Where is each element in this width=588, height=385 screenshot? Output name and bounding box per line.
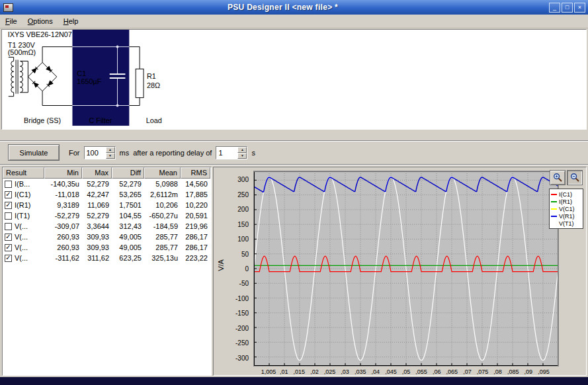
x-tick-label: ,02	[310, 368, 319, 375]
value-cell: 104,55	[112, 212, 144, 220]
delay-input[interactable]	[216, 147, 237, 159]
duration-spinbox: ▲ ▼	[84, 146, 116, 159]
value-cell: 285,77	[144, 243, 181, 251]
legend-swatch	[551, 223, 557, 224]
result-cell: V(...	[3, 222, 44, 230]
seconds-label: s	[251, 149, 255, 157]
value-cell: -309,07	[44, 222, 82, 230]
table-row: I(T1)-52,27952,279104,55-650,27u20,591	[3, 210, 211, 221]
column-header-mean[interactable]: Mean	[144, 167, 181, 179]
section-label-bridge[interactable]: Bridge (SS)	[24, 116, 61, 124]
zoom-out-icon	[570, 173, 580, 183]
column-header-rms[interactable]: RMS	[181, 167, 210, 179]
for-label: For	[69, 149, 80, 157]
x-tick-label: ,01	[280, 368, 288, 375]
plot-area[interactable]	[253, 171, 559, 366]
app-icon[interactable]	[3, 3, 13, 12]
table-row: ✓V(...260,93309,9349,005285,77286,17	[3, 232, 211, 242]
value-cell: 309,93	[82, 243, 112, 251]
table-row: ✓I(C1)-11,01842,24753,2652,6112m17,885	[3, 189, 211, 200]
delay-down-button[interactable]: ▼	[237, 153, 247, 159]
value-cell: 20,591	[181, 212, 210, 220]
result-cell: ✓I(C1)	[3, 191, 44, 198]
menu-file[interactable]: File	[0, 15, 22, 27]
y-tick-label: -100	[235, 294, 249, 302]
y-tick-label: 100	[237, 235, 249, 243]
resistor-symbol[interactable]	[136, 69, 144, 97]
legend-item[interactable]: V(C1)	[551, 205, 581, 212]
y-tick-label: 250	[237, 191, 249, 198]
series-checkbox[interactable]: ✓	[5, 191, 12, 198]
value-cell: 52,279	[82, 180, 112, 188]
series-checkbox[interactable]	[5, 212, 12, 220]
series-checkbox[interactable]: ✓	[5, 255, 12, 262]
table-row: ✓V(...260,93309,9349,005285,77286,17	[3, 242, 211, 253]
transformer-symbol[interactable]	[9, 57, 28, 96]
y-tick-label: 300	[237, 176, 249, 183]
series-name: V(...	[15, 233, 28, 241]
section-label-load[interactable]: Load	[146, 116, 162, 124]
x-tick-label: ,07	[463, 368, 472, 375]
y-tick-label: 150	[237, 220, 249, 228]
resistor-label-2: 28Ω	[147, 81, 160, 89]
value-cell: -184,59	[144, 222, 181, 230]
value-cell: -52,279	[44, 212, 82, 220]
legend-item[interactable]: V(R1)	[551, 212, 581, 220]
minimize-button[interactable]: _	[549, 3, 560, 13]
series-checkbox[interactable]: ✓	[5, 234, 12, 241]
x-tick-label: ,095	[538, 368, 550, 375]
legend-item[interactable]: I(C1)	[551, 191, 581, 198]
duration-up-button[interactable]: ▲	[106, 147, 115, 153]
x-tick-label: ,05	[402, 368, 411, 375]
series-checkbox[interactable]	[5, 223, 12, 230]
y-tick-label: -150	[235, 310, 249, 317]
desktop-strip	[0, 377, 588, 385]
menu-options[interactable]: Options	[22, 15, 58, 27]
series-name: I(B...	[15, 180, 30, 188]
bridge-rectifier-symbol[interactable]	[28, 62, 56, 91]
x-tick-label: ,015	[294, 368, 306, 375]
titlebar[interactable]: PSU Designer II <new file> * _ □ ×	[0, 0, 588, 15]
column-header-diff[interactable]: Diff	[112, 167, 144, 179]
value-cell: -311,62	[44, 254, 82, 262]
result-cell: ✓V(...	[3, 233, 44, 241]
zoom-out-button[interactable]	[567, 170, 583, 185]
legend-label: V(T1)	[559, 220, 574, 227]
value-cell: 286,17	[181, 243, 210, 251]
menu-help[interactable]: Help	[58, 15, 84, 27]
value-cell: 10,206	[144, 201, 181, 209]
value-cell: 312,43	[112, 222, 144, 230]
delay-up-button[interactable]: ▲	[237, 147, 247, 153]
x-tick-label: ,085	[507, 368, 519, 375]
zoom-in-button[interactable]	[550, 170, 566, 185]
x-tick-label: ,055	[415, 368, 427, 375]
maximize-button[interactable]: □	[562, 3, 573, 13]
column-header-min[interactable]: Min	[44, 167, 82, 179]
results-panel: ResultMinMaxDiffMeanRMS I(B...-140,35u52…	[2, 167, 212, 376]
series-checkbox[interactable]: ✓	[5, 202, 12, 209]
value-cell: 11,069	[82, 201, 112, 209]
y-tick-label: 0	[245, 265, 249, 273]
transformer-label-1: T1 230V	[8, 41, 36, 49]
duration-down-button[interactable]: ▼	[106, 153, 115, 159]
simulate-button[interactable]: Simulate	[8, 144, 60, 161]
plot-panel: V/A 300250200150100500-50-100-150-200-25…	[213, 167, 587, 376]
series-checkbox[interactable]: ✓	[5, 244, 12, 251]
series-name: I(T1)	[15, 212, 30, 220]
value-cell: 3,3644	[82, 222, 112, 230]
close-button[interactable]: ×	[574, 3, 585, 13]
value-cell: 623,25	[112, 254, 144, 262]
legend-label: I(C1)	[559, 191, 572, 198]
column-header-max[interactable]: Max	[82, 167, 112, 179]
value-cell: 52,279	[112, 180, 144, 188]
legend-item[interactable]: I(R1)	[551, 198, 581, 205]
x-tick-label: ,065	[446, 368, 458, 375]
y-tick-label: -250	[235, 339, 249, 347]
value-cell: 223,22	[181, 254, 210, 262]
legend-item[interactable]: V(T1)	[551, 220, 581, 227]
duration-input[interactable]	[85, 147, 106, 159]
column-header-result[interactable]: Result	[3, 167, 44, 179]
section-label-cfilter[interactable]: C Filter	[89, 116, 112, 124]
series-checkbox[interactable]	[5, 181, 12, 188]
value-cell: 49,005	[112, 243, 144, 251]
